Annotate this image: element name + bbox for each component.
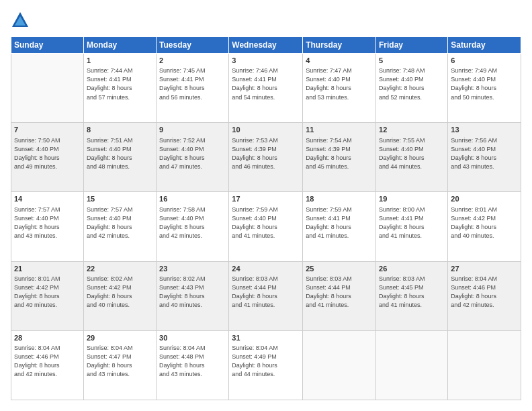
calendar-day: 16Sunrise: 7:58 AMSunset: 4:40 PMDayligh… — [157, 192, 229, 261]
calendar-day — [11, 54, 84, 123]
day-info: Sunrise: 8:00 AMSunset: 4:41 PMDaylight:… — [379, 205, 445, 240]
day-info: Sunrise: 7:54 AMSunset: 4:39 PMDaylight:… — [306, 136, 373, 171]
day-number: 16 — [159, 194, 226, 204]
day-number: 9 — [159, 125, 226, 135]
calendar-day: 23Sunrise: 8:02 AMSunset: 4:43 PMDayligh… — [157, 261, 229, 330]
day-info: Sunrise: 7:57 AMSunset: 4:40 PMDaylight:… — [14, 205, 81, 240]
day-info: Sunrise: 7:56 AMSunset: 4:40 PMDaylight:… — [451, 136, 518, 171]
logo-icon — [11, 11, 30, 30]
calendar-week-4: 21Sunrise: 8:01 AMSunset: 4:42 PMDayligh… — [11, 261, 521, 330]
day-number: 27 — [451, 264, 518, 274]
day-info: Sunrise: 8:04 AMSunset: 4:49 PMDaylight:… — [232, 344, 300, 379]
day-info: Sunrise: 8:03 AMSunset: 4:45 PMDaylight:… — [379, 275, 445, 310]
day-number: 7 — [14, 125, 81, 135]
calendar-day: 9Sunrise: 7:52 AMSunset: 4:40 PMDaylight… — [157, 123, 229, 192]
calendar-day: 27Sunrise: 8:04 AMSunset: 4:46 PMDayligh… — [448, 261, 521, 330]
day-number: 11 — [306, 125, 373, 135]
calendar-day: 7Sunrise: 7:50 AMSunset: 4:40 PMDaylight… — [11, 123, 84, 192]
calendar-day: 14Sunrise: 7:57 AMSunset: 4:40 PMDayligh… — [11, 192, 84, 261]
day-number: 10 — [232, 125, 300, 135]
calendar-day: 29Sunrise: 8:04 AMSunset: 4:47 PMDayligh… — [83, 330, 156, 400]
day-number: 6 — [451, 56, 518, 66]
day-info: Sunrise: 7:51 AMSunset: 4:40 PMDaylight:… — [87, 136, 153, 171]
calendar-day — [376, 330, 448, 400]
header-sunday: Sunday — [11, 37, 84, 54]
day-info: Sunrise: 8:04 AMSunset: 4:48 PMDaylight:… — [159, 344, 226, 379]
day-number: 31 — [232, 333, 300, 343]
calendar-day: 13Sunrise: 7:56 AMSunset: 4:40 PMDayligh… — [448, 123, 521, 192]
day-number: 8 — [87, 125, 153, 135]
day-info: Sunrise: 7:53 AMSunset: 4:39 PMDaylight:… — [232, 136, 300, 171]
day-number: 17 — [232, 194, 300, 204]
calendar-day: 12Sunrise: 7:55 AMSunset: 4:40 PMDayligh… — [376, 123, 448, 192]
page: SundayMondayTuesdayWednesdayThursdayFrid… — [0, 0, 532, 411]
calendar-day: 4Sunrise: 7:47 AMSunset: 4:40 PMDaylight… — [303, 54, 376, 123]
header-thursday: Thursday — [303, 37, 376, 54]
calendar-day: 26Sunrise: 8:03 AMSunset: 4:45 PMDayligh… — [376, 261, 448, 330]
day-info: Sunrise: 7:46 AMSunset: 4:41 PMDaylight:… — [232, 66, 300, 101]
day-number: 19 — [379, 194, 445, 204]
calendar-header-row: SundayMondayTuesdayWednesdayThursdayFrid… — [11, 37, 521, 54]
day-number: 13 — [451, 125, 518, 135]
day-info: Sunrise: 7:58 AMSunset: 4:40 PMDaylight:… — [159, 205, 226, 240]
day-info: Sunrise: 8:02 AMSunset: 4:43 PMDaylight:… — [159, 275, 226, 310]
calendar-day: 10Sunrise: 7:53 AMSunset: 4:39 PMDayligh… — [229, 123, 303, 192]
header-wednesday: Wednesday — [229, 37, 303, 54]
calendar-day: 8Sunrise: 7:51 AMSunset: 4:40 PMDaylight… — [83, 123, 156, 192]
day-number: 29 — [87, 333, 153, 343]
calendar-day: 20Sunrise: 8:01 AMSunset: 4:42 PMDayligh… — [448, 192, 521, 261]
day-info: Sunrise: 7:44 AMSunset: 4:41 PMDaylight:… — [87, 66, 153, 101]
calendar-day: 15Sunrise: 7:57 AMSunset: 4:40 PMDayligh… — [83, 192, 156, 261]
calendar-day: 11Sunrise: 7:54 AMSunset: 4:39 PMDayligh… — [303, 123, 376, 192]
day-number: 23 — [159, 264, 226, 274]
day-info: Sunrise: 7:55 AMSunset: 4:40 PMDaylight:… — [379, 136, 445, 171]
calendar-day: 19Sunrise: 8:00 AMSunset: 4:41 PMDayligh… — [376, 192, 448, 261]
day-number: 3 — [232, 56, 300, 66]
day-info: Sunrise: 8:03 AMSunset: 4:44 PMDaylight:… — [232, 275, 300, 310]
calendar-day: 5Sunrise: 7:48 AMSunset: 4:40 PMDaylight… — [376, 54, 448, 123]
calendar-day: 3Sunrise: 7:46 AMSunset: 4:41 PMDaylight… — [229, 54, 303, 123]
day-info: Sunrise: 8:01 AMSunset: 4:42 PMDaylight:… — [14, 275, 81, 310]
calendar-day: 6Sunrise: 7:49 AMSunset: 4:40 PMDaylight… — [448, 54, 521, 123]
day-info: Sunrise: 7:59 AMSunset: 4:40 PMDaylight:… — [232, 205, 300, 240]
day-number: 28 — [14, 333, 81, 343]
day-info: Sunrise: 7:57 AMSunset: 4:40 PMDaylight:… — [87, 205, 153, 240]
day-info: Sunrise: 7:47 AMSunset: 4:40 PMDaylight:… — [306, 66, 373, 101]
calendar-day — [448, 330, 521, 400]
day-number: 18 — [306, 194, 373, 204]
logo — [11, 11, 32, 30]
day-info: Sunrise: 7:52 AMSunset: 4:40 PMDaylight:… — [159, 136, 226, 171]
calendar-day: 1Sunrise: 7:44 AMSunset: 4:41 PMDaylight… — [83, 54, 156, 123]
day-number: 4 — [306, 56, 373, 66]
day-number: 26 — [379, 264, 445, 274]
header-friday: Friday — [376, 37, 448, 54]
calendar-day: 28Sunrise: 8:04 AMSunset: 4:46 PMDayligh… — [11, 330, 84, 400]
calendar-day: 17Sunrise: 7:59 AMSunset: 4:40 PMDayligh… — [229, 192, 303, 261]
calendar-day: 18Sunrise: 7:59 AMSunset: 4:41 PMDayligh… — [303, 192, 376, 261]
calendar-week-5: 28Sunrise: 8:04 AMSunset: 4:46 PMDayligh… — [11, 330, 521, 400]
day-number: 30 — [159, 333, 226, 343]
day-info: Sunrise: 8:01 AMSunset: 4:42 PMDaylight:… — [451, 205, 518, 240]
day-number: 25 — [306, 264, 373, 274]
day-info: Sunrise: 7:48 AMSunset: 4:40 PMDaylight:… — [379, 66, 445, 101]
day-number: 24 — [232, 264, 300, 274]
day-info: Sunrise: 7:45 AMSunset: 4:41 PMDaylight:… — [159, 66, 226, 101]
calendar-week-3: 14Sunrise: 7:57 AMSunset: 4:40 PMDayligh… — [11, 192, 521, 261]
header-monday: Monday — [83, 37, 156, 54]
day-info: Sunrise: 8:03 AMSunset: 4:44 PMDaylight:… — [306, 275, 373, 310]
calendar-day: 22Sunrise: 8:02 AMSunset: 4:42 PMDayligh… — [83, 261, 156, 330]
calendar-day: 2Sunrise: 7:45 AMSunset: 4:41 PMDaylight… — [157, 54, 229, 123]
day-number: 21 — [14, 264, 81, 274]
day-info: Sunrise: 7:59 AMSunset: 4:41 PMDaylight:… — [306, 205, 373, 240]
day-number: 2 — [159, 56, 226, 66]
calendar-week-2: 7Sunrise: 7:50 AMSunset: 4:40 PMDaylight… — [11, 123, 521, 192]
header-saturday: Saturday — [448, 37, 521, 54]
day-number: 15 — [87, 194, 153, 204]
calendar-day: 21Sunrise: 8:01 AMSunset: 4:42 PMDayligh… — [11, 261, 84, 330]
calendar-day: 30Sunrise: 8:04 AMSunset: 4:48 PMDayligh… — [157, 330, 229, 400]
day-info: Sunrise: 8:04 AMSunset: 4:47 PMDaylight:… — [87, 344, 153, 379]
day-info: Sunrise: 8:02 AMSunset: 4:42 PMDaylight:… — [87, 275, 153, 310]
calendar-table: SundayMondayTuesdayWednesdayThursdayFrid… — [11, 36, 521, 400]
day-number: 14 — [14, 194, 81, 204]
day-number: 1 — [87, 56, 153, 66]
